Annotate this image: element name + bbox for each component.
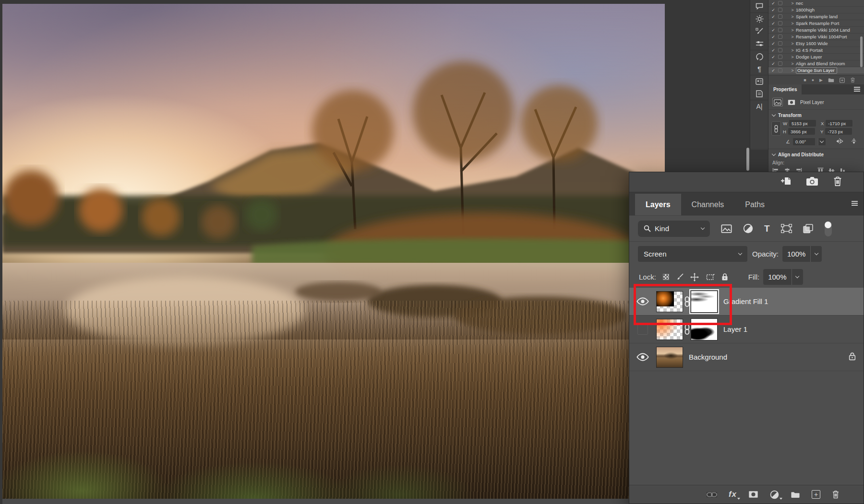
action-check-icon[interactable]: ✓: [768, 8, 778, 12]
action-dialog-toggle[interactable]: [778, 28, 782, 32]
delete-state-button[interactable]: [833, 176, 842, 188]
action-dialog-toggle[interactable]: [778, 21, 782, 25]
filter-pixel-layers-icon[interactable]: [721, 224, 732, 233]
action-label[interactable]: Spark resample land: [796, 14, 838, 19]
action-item[interactable]: ✓>Resample Vikki 1004Port: [768, 34, 864, 40]
action-label[interactable]: Resample Vikki 1004 Land: [796, 27, 850, 33]
action-dialog-toggle[interactable]: [778, 8, 782, 12]
dock-scrollbar-thumb[interactable]: [746, 148, 749, 171]
rotation-field[interactable]: 0.00°: [793, 138, 815, 145]
filter-kind-dropdown[interactable]: Kind: [638, 221, 710, 237]
action-label[interactable]: Resample Vikki 1004Port: [796, 34, 847, 39]
lock-pixels-icon[interactable]: [676, 273, 684, 281]
tab-properties[interactable]: Properties: [768, 84, 802, 94]
action-item[interactable]: ✓>Etsy 1600 Wide: [768, 40, 864, 47]
delete-layer-button[interactable]: [832, 490, 840, 499]
action-dialog-toggle[interactable]: [778, 35, 782, 39]
filter-type-layers-icon[interactable]: T: [764, 223, 770, 234]
fill-dropdown[interactable]: 100%: [763, 269, 803, 285]
height-field[interactable]: 3866 px: [788, 128, 815, 135]
filter-smart-objects-icon[interactable]: [803, 224, 813, 234]
action-item-selected[interactable]: ✓>Orange Sun Layer: [768, 67, 864, 74]
mixer-panel-icon[interactable]: [750, 37, 768, 50]
action-label[interactable]: Orange Sun Layer: [796, 67, 837, 74]
link-layers-button[interactable]: [707, 492, 717, 497]
paragraph-panel-icon[interactable]: ¶: [750, 62, 768, 75]
action-item[interactable]: ✓>1800high: [768, 7, 864, 13]
chevron-right-icon[interactable]: >: [789, 48, 796, 53]
new-group-button[interactable]: [791, 491, 800, 498]
properties-menu-icon[interactable]: [854, 89, 860, 90]
action-check-icon[interactable]: ✓: [768, 68, 778, 73]
stop-recording-button[interactable]: ■: [804, 78, 806, 82]
layer-row-background[interactable]: Background: [629, 343, 864, 371]
layer-name[interactable]: Background: [689, 353, 727, 361]
layers-menu-icon[interactable]: [852, 203, 858, 204]
chevron-right-icon[interactable]: >: [789, 35, 796, 39]
history-panel-icon[interactable]: [750, 50, 768, 62]
chevron-right-icon[interactable]: >: [789, 1, 796, 6]
action-label[interactable]: IG 4:5 Portait: [796, 47, 823, 53]
chevron-right-icon[interactable]: >: [789, 61, 796, 66]
notes-panel-icon[interactable]: [750, 87, 768, 100]
lock-all-icon[interactable]: [721, 273, 728, 281]
tab-layers[interactable]: Layers: [635, 194, 681, 215]
new-document-from-state-button[interactable]: [780, 176, 792, 188]
action-check-icon[interactable]: ✓: [768, 55, 778, 59]
chevron-right-icon[interactable]: >: [789, 21, 796, 26]
action-check-icon[interactable]: ✓: [768, 35, 778, 39]
action-label[interactable]: 1800high: [796, 7, 815, 12]
action-label[interactable]: nec: [796, 0, 803, 6]
rotation-dropdown[interactable]: [818, 138, 826, 145]
adjustments-panel-icon[interactable]: [750, 12, 768, 25]
action-item[interactable]: ✓>nec: [768, 0, 864, 7]
mask-properties-icon[interactable]: [786, 98, 797, 106]
action-item[interactable]: ✓>Dodge Layer: [768, 54, 864, 60]
action-check-icon[interactable]: ✓: [768, 1, 778, 6]
action-label[interactable]: Etsy 1600 Wide: [796, 41, 828, 46]
play-action-button[interactable]: ▶: [819, 78, 823, 82]
action-item[interactable]: ✓>Spark resample land: [768, 13, 864, 20]
link-dimensions-icon[interactable]: [771, 121, 781, 136]
action-item[interactable]: ✓>Align and Blend Shroom: [768, 60, 864, 67]
actions-scrollbar-thumb[interactable]: [860, 36, 863, 67]
tab-channels[interactable]: Channels: [681, 194, 735, 215]
pixel-layer-icon[interactable]: [772, 98, 783, 106]
brush-settings-panel-icon[interactable]: [750, 25, 768, 37]
record-button[interactable]: ●: [812, 78, 814, 82]
filter-toggle-switch[interactable]: [825, 221, 832, 236]
action-dialog-toggle[interactable]: [778, 1, 782, 5]
action-check-icon[interactable]: ✓: [768, 14, 778, 19]
action-check-icon[interactable]: ✓: [768, 41, 778, 46]
visibility-toggle[interactable]: [629, 353, 656, 361]
action-label[interactable]: Spark Resample Port: [796, 21, 839, 26]
layer-effects-button[interactable]: fx: [729, 490, 737, 499]
action-item[interactable]: ✓>Spark Resample Port: [768, 20, 864, 27]
filter-shape-layers-icon[interactable]: [781, 224, 792, 233]
opacity-dropdown[interactable]: 100%: [782, 246, 822, 262]
action-check-icon[interactable]: ✓: [768, 28, 778, 33]
libraries-panel-icon[interactable]: [750, 75, 768, 87]
action-label[interactable]: Align and Blend Shroom: [796, 61, 845, 66]
new-snapshot-button[interactable]: [806, 176, 818, 188]
y-field[interactable]: -723 px: [825, 128, 852, 135]
action-item[interactable]: ✓>Resample Vikki 1004 Land: [768, 27, 864, 34]
x-field[interactable]: -1710 px: [826, 120, 852, 127]
action-check-icon[interactable]: ✓: [768, 61, 778, 66]
chevron-right-icon[interactable]: >: [789, 68, 796, 73]
new-action-set-button[interactable]: [828, 78, 834, 82]
blend-mode-dropdown[interactable]: Screen: [638, 246, 747, 262]
width-field[interactable]: 5153 px: [789, 120, 816, 127]
action-item[interactable]: ✓>IG 4:5 Portait: [768, 47, 864, 54]
lock-artboard-icon[interactable]: [706, 273, 715, 281]
character-panel-icon[interactable]: A|: [750, 100, 768, 112]
add-layer-mask-button[interactable]: [748, 491, 758, 498]
layer-name[interactable]: Layer 1: [723, 325, 747, 333]
action-dialog-toggle[interactable]: [778, 48, 782, 52]
action-dialog-toggle[interactable]: [778, 55, 782, 59]
comments-panel-icon[interactable]: [750, 0, 768, 12]
lock-transparency-icon[interactable]: [663, 274, 669, 280]
new-layer-button[interactable]: +: [812, 490, 820, 499]
filter-adjustment-layers-icon[interactable]: [743, 223, 753, 234]
align-section-header[interactable]: Align and Distribute: [768, 149, 864, 159]
